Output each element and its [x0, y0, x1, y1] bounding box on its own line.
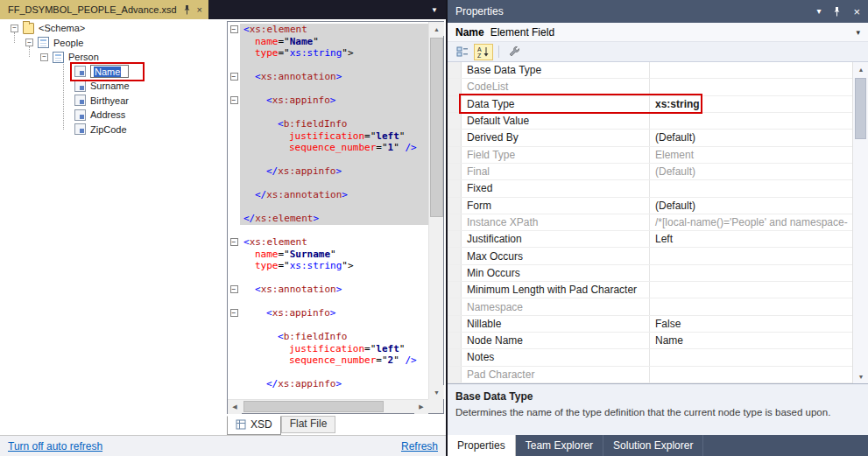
property-row-codelist[interactable]: CodeList [448, 79, 852, 95]
tree-item-rename-input[interactable]: Name [90, 65, 129, 78]
fold-collapse-icon[interactable]: − [228, 24, 240, 36]
code-line[interactable]: name="Surname" [228, 249, 428, 261]
property-value[interactable]: /*[local-name()='People' and namespace- [650, 214, 852, 230]
tree-item-people[interactable]: −People [0, 36, 222, 51]
scrollbar-thumb[interactable] [243, 401, 384, 412]
grid-vertical-scrollbar[interactable]: ▲ ▼ [852, 62, 868, 383]
xml-editor[interactable]: −<xs:elementname="Name"type="xs:string">… [227, 21, 444, 414]
close-icon[interactable]: × [197, 5, 202, 15]
scroll-up-icon[interactable]: ▲ [853, 62, 868, 76]
tree-item-zipcode[interactable]: ZipCode [0, 123, 222, 137]
selected-object-combobox[interactable]: Name Element Field ▾ [448, 23, 868, 42]
code-line[interactable]: </xs:annotation> [228, 189, 428, 201]
tree-item-address[interactable]: Address [0, 108, 222, 123]
sort-alphabetical-icon[interactable]: AZ [474, 44, 493, 60]
property-value[interactable] [650, 79, 852, 95]
property-value[interactable]: Left [650, 231, 852, 247]
property-value[interactable] [650, 298, 852, 314]
editor-horizontal-scrollbar[interactable]: ◀ ▶ [228, 399, 428, 413]
tree-item-schema[interactable]: −<Schema> [0, 21, 222, 36]
property-value[interactable]: xs:string [650, 96, 852, 112]
tree-item-name[interactable]: Name [0, 65, 222, 80]
categorized-icon[interactable] [453, 44, 472, 60]
code-line[interactable] [228, 367, 428, 379]
fold-collapse-icon[interactable]: − [228, 95, 240, 107]
property-value[interactable] [650, 248, 852, 263]
scroll-down-icon[interactable]: ▼ [853, 369, 868, 383]
code-line[interactable] [228, 296, 428, 308]
code-line[interactable] [228, 225, 428, 237]
chevron-down-icon[interactable]: ▾ [856, 28, 860, 37]
tab-xsd[interactable]: XSD [227, 416, 281, 435]
pin-icon[interactable] [183, 5, 191, 15]
code-line[interactable]: sequence_number="1" /> [228, 142, 428, 154]
code-line[interactable]: justification="left" [228, 343, 428, 355]
property-row-namespace[interactable]: Namespace [448, 298, 852, 315]
code-line[interactable]: −<xs:element [228, 24, 428, 36]
property-row-node-name[interactable]: Node NameName [448, 333, 852, 349]
close-icon[interactable]: × [853, 6, 860, 18]
code-line[interactable]: <b:fieldInfo [228, 331, 428, 343]
fold-collapse-icon[interactable]: − [228, 284, 240, 296]
scrollbar-thumb[interactable] [430, 38, 443, 217]
code-line[interactable]: </xs:element> [228, 213, 428, 225]
tree-collapse-icon[interactable]: − [40, 53, 48, 61]
code-line[interactable] [228, 178, 428, 190]
tree-item-surname[interactable]: Surname [0, 79, 222, 94]
pin-icon[interactable] [833, 7, 841, 17]
code-line[interactable]: −<xs:annotation> [228, 284, 428, 296]
property-row-base-data-type[interactable]: Base Data Type [448, 62, 852, 79]
refresh-link[interactable]: Refresh [401, 440, 438, 452]
property-row-data-type[interactable]: Data Typexs:string [448, 96, 852, 113]
tab-flat-file[interactable]: Flat File [281, 416, 336, 433]
tab-solution-explorer[interactable]: Solution Explorer [603, 435, 703, 456]
property-row-default-value[interactable]: Default Value [448, 113, 852, 130]
property-row-min-occurs[interactable]: Min Occurs [448, 265, 852, 282]
document-tab[interactable]: FF_DSYMBOL_PEOPLE_Advance.xsd × [0, 0, 208, 19]
code-line[interactable]: type="xs:string"> [228, 260, 428, 272]
property-value[interactable] [650, 62, 852, 78]
code-line[interactable]: </xs:appinfo> [228, 165, 428, 178]
scrollbar-thumb[interactable] [855, 78, 866, 139]
schema-treeview[interactable]: −<Schema>−People−PersonNameSurnameBirthy… [0, 19, 222, 416]
code-line[interactable]: <b:fieldInfo [228, 118, 428, 130]
property-row-minimum-length-with-pad-character[interactable]: Minimum Length with Pad Character [448, 282, 852, 298]
tree-item-person[interactable]: −Person [0, 50, 222, 65]
property-value[interactable] [650, 282, 852, 298]
property-value[interactable]: Element [650, 147, 852, 163]
property-value[interactable]: (Default) [650, 130, 852, 145]
scroll-down-icon[interactable]: ▼ [429, 385, 444, 399]
code-line[interactable]: −<xs:element [228, 236, 428, 249]
property-row-max-occurs[interactable]: Max Occurs [448, 248, 852, 264]
fold-collapse-icon[interactable]: − [228, 71, 240, 83]
property-value[interactable]: False [650, 316, 852, 332]
code-line[interactable] [228, 319, 428, 332]
code-line[interactable] [228, 83, 428, 95]
code-line[interactable] [228, 107, 428, 119]
code-line[interactable]: −<xs:annotation> [228, 71, 428, 83]
property-value[interactable] [650, 367, 852, 382]
document-list-dropdown-icon[interactable]: ▼ [423, 0, 446, 19]
property-row-nillable[interactable]: NillableFalse [448, 316, 852, 333]
turn-off-auto-refresh-link[interactable]: Turn off auto refresh [8, 440, 102, 452]
property-row-derived-by[interactable]: Derived By(Default) [448, 130, 852, 146]
code-line[interactable]: type="xs:string"> [228, 47, 428, 60]
code-line[interactable]: </xs:appinfo> [228, 378, 428, 390]
tree-collapse-icon[interactable]: − [11, 25, 18, 32]
fold-collapse-icon[interactable]: − [228, 307, 240, 319]
code-line[interactable] [228, 201, 428, 214]
property-value[interactable]: (Default) [650, 164, 852, 179]
code-line[interactable]: name="Name" [228, 36, 428, 48]
editor-vertical-scrollbar[interactable]: ▲ ▼ [428, 22, 443, 399]
property-value[interactable] [650, 349, 852, 365]
tree-collapse-icon[interactable]: − [25, 39, 33, 46]
property-row-justification[interactable]: JustificationLeft [448, 231, 852, 248]
tab-team-explorer[interactable]: Team Explorer [516, 435, 603, 456]
property-pages-icon[interactable] [505, 44, 524, 60]
xml-code-area[interactable]: −<xs:elementname="Name"type="xs:string">… [228, 22, 428, 399]
tree-item-birthyear[interactable]: Birthyear [0, 94, 222, 109]
property-row-form[interactable]: Form(Default) [448, 198, 852, 214]
property-value[interactable]: (Default) [650, 198, 852, 214]
code-line[interactable]: −<xs:appinfo> [228, 95, 428, 107]
property-row-fixed[interactable]: Fixed [448, 180, 852, 197]
